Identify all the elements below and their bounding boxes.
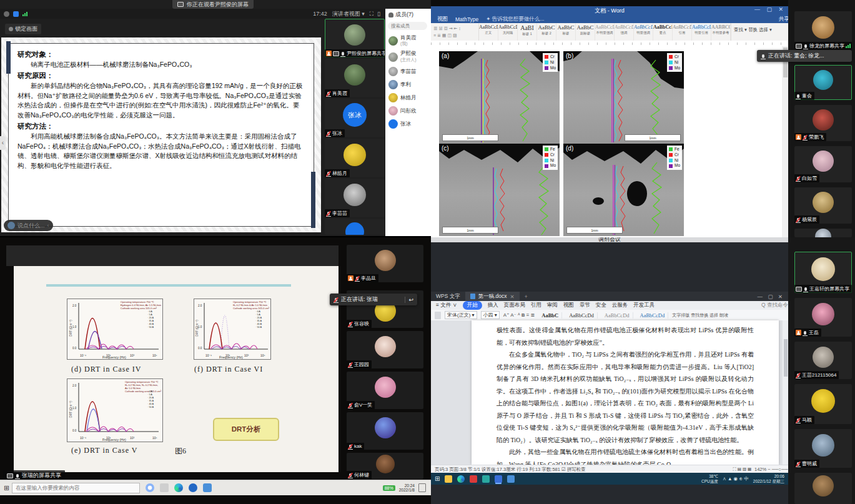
style-chip[interactable]: AaBbCcD无间隔 — [498, 23, 518, 41]
video-tile[interactable]: 马颖 — [794, 384, 852, 424]
chat-input-pill[interactable]: 说点什么... ‹ — [4, 220, 53, 231]
taskbar-search-input[interactable] — [12, 483, 140, 493]
video-tile[interactable]: 林皓月 — [325, 139, 385, 177]
style-chip[interactable]: AaBbCcD要点 — [653, 23, 673, 41]
video-tile[interactable] — [794, 229, 852, 237]
video-tile[interactable]: 王磊 — [794, 298, 852, 337]
video-tile[interactable] — [325, 219, 385, 235]
video-tile[interactable]: 曹明威 — [794, 429, 852, 468]
menu-references[interactable]: 引用 — [531, 302, 541, 309]
zoom-control[interactable]: 142% − ──○── + — [754, 467, 792, 472]
video-tile[interactable]: 徐龙的屏幕共享 — [794, 11, 852, 50]
tab-view[interactable]: 视图 — [437, 16, 448, 23]
style-chip[interactable]: AaBI标题 1 — [518, 23, 537, 41]
style-chip[interactable]: AaBbCcD强调 — [615, 23, 634, 41]
edge-icon[interactable] — [174, 483, 183, 492]
video-tile[interactable]: 张冰 张冰 — [325, 99, 385, 137]
style-chip[interactable]: AaBbC标题 — [556, 23, 576, 41]
g-app-icon[interactable] — [482, 475, 490, 483]
scrollbar[interactable] — [783, 320, 788, 465]
paste-button[interactable] — [435, 312, 441, 319]
member-row[interactable]: 李苗苗 — [385, 65, 431, 78]
menu-dev-tools[interactable]: 开发工具 — [633, 302, 655, 309]
wps-taskbar-icon[interactable] — [495, 475, 502, 483]
layout-toggle-icon[interactable]: ▯ — [377, 11, 380, 17]
wps-style-chip[interactable]: AaBbC — [538, 312, 562, 319]
video-tile[interactable] — [794, 473, 852, 504]
file-menu[interactable]: ≡ 文件 ∨ — [436, 302, 457, 309]
clock-tray[interactable]: 20:242022/1/8 — [399, 483, 415, 493]
photos-icon[interactable] — [507, 475, 515, 483]
document-page[interactable]: 极性表面。这使得金属氧化物在用作锂硫电池正极催化材料时表现出对 LiPSs 优异… — [472, 320, 779, 465]
menu-cloud[interactable]: 云服务 — [612, 302, 628, 309]
video-tile[interactable]: 王嘉轩的屏幕共享 — [794, 252, 852, 293]
meeting-app-icon[interactable] — [203, 483, 212, 492]
editing-group[interactable]: 查找 ▾ 替换 选择 ▾ — [731, 23, 788, 41]
video-tile[interactable]: 李苗苗 — [325, 179, 385, 217]
member-row[interactable]: 肖美霞(我) — [385, 33, 431, 49]
new-tab-button[interactable]: + — [520, 294, 533, 300]
collapse-tab[interactable]: ‹ — [0, 136, 6, 150]
notification-center-icon[interactable] — [418, 483, 426, 492]
menu-review[interactable]: 审阅 — [547, 302, 558, 309]
menu-view[interactable]: 视图 — [563, 302, 574, 309]
cpu-temp-widget[interactable]: 38℃CPU温度 — [701, 474, 718, 483]
video-tile[interactable]: 王苗212115064 — [794, 342, 852, 379]
word-document[interactable]: (a) Cr Ni Mo 1mm (b) — [431, 46, 782, 237]
video-tile[interactable]: 尹熙俊的屏幕共享 — [325, 19, 385, 57]
cortana-icon[interactable] — [146, 483, 154, 492]
member-row[interactable]: 张冰 — [385, 117, 431, 131]
wps-document-area[interactable]: 极性表面。这使得金属氧化物在用作锂硫电池正极催化材料时表现出对 LiPSs 优异… — [431, 320, 788, 465]
menu-security[interactable]: 安全 — [596, 302, 606, 309]
pin-view-button[interactable]: 锁定画面 — [5, 24, 41, 34]
video-tile[interactable]: 俞V一笑 — [347, 372, 423, 409]
style-chip[interactable]: AaBbCcD引用 — [673, 23, 692, 41]
menu-section[interactable]: 章节 — [580, 302, 590, 309]
explorer-icon[interactable] — [445, 475, 452, 483]
video-tile[interactable]: 李晶旦 — [347, 245, 423, 282]
fullscreen-icon[interactable]: ⛶ — [370, 11, 373, 17]
video-tile[interactable]: 何林键 — [347, 453, 423, 479]
video-tile[interactable]: 白如雪 — [794, 146, 852, 182]
wps-style-chip[interactable]: AaBbCcDd — [566, 312, 598, 319]
style-chip[interactable]: AaBbCcD明显强调 — [634, 23, 653, 41]
chat-collapse-icon[interactable]: ‹ — [47, 222, 49, 229]
style-chip[interactable]: AABBCCD不明显参考 — [711, 23, 731, 41]
member-search-input[interactable] — [388, 22, 427, 30]
menu-insert[interactable]: 插入 — [488, 302, 498, 309]
menu-page-layout[interactable]: 页面布局 — [504, 302, 525, 309]
reply-arrow-icon[interactable]: ↩ — [405, 297, 413, 303]
window-controls[interactable]: — ▢ ✕ — [758, 294, 788, 300]
video-tile[interactable]: kak — [347, 412, 423, 450]
tab-close-icon[interactable]: ✕ — [510, 294, 515, 300]
tell-me-box[interactable]: ✦ 告诉我您想要做什么... — [486, 16, 544, 23]
member-row[interactable]: 林皓月 — [385, 91, 431, 104]
video-tile[interactable]: 王园园 — [347, 331, 423, 368]
style-chip[interactable]: AaBbCcD正文 — [479, 23, 498, 41]
start-button[interactable]: ⊞ — [435, 475, 440, 482]
wps-style-chip[interactable]: AaBbCcDd — [601, 312, 633, 319]
task-view-icon[interactable] — [160, 483, 169, 492]
style-chip[interactable]: AaBbC副标题 — [576, 23, 595, 41]
view-mode-dropdown[interactable]: 演讲者视图 ▾ — [332, 10, 365, 18]
view-mode-icons[interactable]: ⛶ ▤ ▥ ▦ — [733, 467, 752, 473]
video-tile[interactable]: 董会 — [794, 65, 852, 100]
shield-icon[interactable] — [13, 11, 19, 17]
style-chip[interactable]: AaBbCcD不明显强调 — [595, 23, 615, 41]
menu-home[interactable]: 开始 — [463, 301, 482, 310]
member-row[interactable]: 李利 — [385, 78, 431, 91]
tab-mathtype[interactable]: MathType — [455, 16, 478, 22]
edge-icon[interactable] — [457, 475, 465, 483]
info-icon[interactable] — [4, 11, 9, 17]
style-chip[interactable]: AaBbC标题 2 — [537, 23, 556, 41]
video-tile[interactable]: 荣鹏飞 — [794, 105, 852, 141]
clock-tray[interactable]: 20:062022/1/12 星期三 — [753, 474, 784, 483]
tray-icons[interactable]: ∧ ▲ ◉ ⊕ 中 — [723, 476, 749, 482]
format-icons[interactable]: A⁺ A⁻ ᴬ 𝐁 ≡ ≣ — [503, 312, 535, 319]
zy-app-icon[interactable] — [470, 475, 477, 483]
scrollbar[interactable] — [782, 46, 788, 237]
font-name-select[interactable]: 宋体(正文) ▾ — [445, 311, 477, 319]
clock-app-icon[interactable] — [189, 483, 197, 492]
start-button[interactable]: ⊞ — [4, 484, 9, 492]
wps-app-label[interactable]: WPS 文字 — [431, 293, 465, 300]
